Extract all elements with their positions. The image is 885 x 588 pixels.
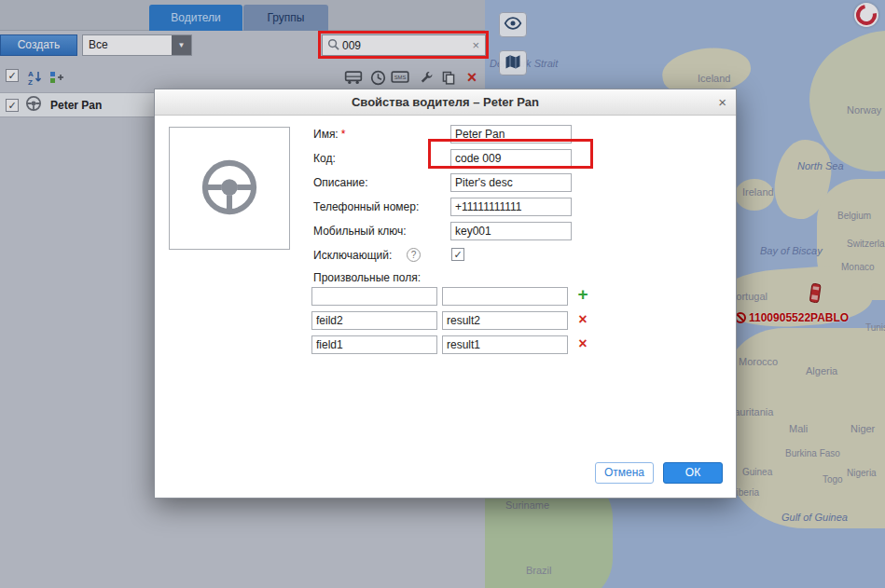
code-label: Код: (313, 152, 336, 165)
name-label: Имя:* (313, 128, 345, 141)
custom-field-name-input[interactable] (311, 311, 437, 330)
custom-field-value-input[interactable] (442, 335, 568, 354)
phone-field[interactable] (450, 198, 572, 216)
close-icon[interactable]: × (718, 94, 726, 111)
code-field[interactable] (450, 149, 572, 168)
app-screen: Denmark Strait Iceland Norway North Sea … (0, 0, 885, 588)
custom-fields-label: Произвольные поля: (313, 271, 421, 284)
driver-photo-placeholder[interactable] (169, 127, 290, 250)
add-field-icon[interactable]: + (574, 284, 591, 305)
name-field[interactable] (450, 125, 572, 144)
description-field[interactable] (450, 173, 572, 192)
driver-properties-dialog: Свойства водителя – Peter Pan × Имя:* Ко… (154, 89, 737, 499)
phone-label: Телефонный номер: (313, 200, 419, 213)
steering-wheel-icon (199, 157, 260, 221)
help-icon[interactable]: ? (407, 248, 421, 262)
custom-field-name-input[interactable] (311, 287, 437, 306)
custom-field-value-input[interactable] (442, 287, 568, 306)
required-mark: * (341, 128, 346, 141)
remove-field-icon[interactable]: × (574, 311, 591, 328)
mobile-key-label: Мобильный ключ: (313, 225, 407, 238)
exclusive-checkbox[interactable] (451, 248, 464, 261)
custom-field-name-input[interactable] (311, 335, 437, 354)
ok-button[interactable]: ОК (663, 462, 723, 484)
mobile-key-field[interactable] (450, 222, 572, 240)
cancel-button[interactable]: Отмена (595, 462, 654, 484)
custom-field-value-input[interactable] (442, 311, 568, 330)
description-label: Описание: (313, 176, 368, 189)
dialog-title: Свойства водителя – Peter Pan (155, 89, 736, 116)
remove-field-icon[interactable]: × (574, 335, 591, 352)
exclusive-label: Исключающий: (313, 249, 392, 262)
